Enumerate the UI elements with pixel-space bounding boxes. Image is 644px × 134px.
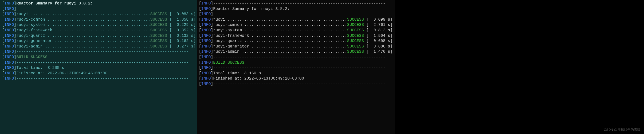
total-time-line: [INFO] Total time: 8.160 s (199, 71, 393, 76)
separator-line: [INFO] ---------------------------------… (2, 49, 195, 55)
build-success-line: [INFO] BUILD SUCCESS (2, 55, 195, 60)
separator-line: [INFO] ---------------------------------… (199, 65, 393, 71)
module-line: [INFO] ruoyi-framework .................… (199, 33, 393, 39)
module-line: [INFO] ruoyi-generator .................… (2, 38, 195, 44)
module-line: [INFO] ruoyi-quartz ....................… (2, 33, 195, 39)
terminal-panel-left: [INFO] Reactor Summary for ruoyi 3.8.2:[… (0, 0, 197, 134)
reactor-header: [INFO] Reactor Summary for ruoyi 3.8.2: (199, 6, 393, 12)
total-time-line: [INFO] Total time: 3.288 s (2, 65, 195, 71)
module-line: [INFO] ruoyi-generator .................… (199, 44, 393, 49)
watermark: CSDN @只喝82年的雪碧 (604, 128, 640, 132)
blank-line: [INFO] (199, 12, 393, 17)
module-line: [INFO] ruoyi-system ....................… (2, 22, 195, 28)
separator-line: [INFO] ---------------------------------… (199, 55, 393, 60)
module-line: [INFO] ruoyi-admin .....................… (2, 44, 195, 49)
module-line: [INFO] ruoyi-framework .................… (2, 28, 195, 33)
module-line: [INFO] ruoyi-common ....................… (2, 17, 195, 23)
terminal-panel-right: [INFO] ---------------------------------… (197, 0, 395, 134)
finished-at-line: [INFO] Finished at: 2022-06-13T00:49:28+… (199, 76, 393, 82)
separator-line: [INFO] ---------------------------------… (199, 1, 393, 6)
reactor-header: [INFO] Reactor Summary for ruoyi 3.8.2: (2, 1, 195, 6)
separator-line: [INFO] ---------------------------------… (2, 76, 195, 82)
blank-line: [INFO] (2, 6, 195, 12)
module-line: [INFO] ruoyi ...........................… (2, 12, 195, 17)
build-success-line: [INFO] BUILD SUCCESS (199, 60, 393, 66)
module-line: [INFO] ruoyi-quartz ....................… (199, 38, 393, 44)
separator-line: [INFO] ---------------------------------… (199, 82, 393, 87)
module-line: [INFO] ruoyi-system ....................… (199, 28, 393, 33)
module-line: [INFO] ruoyi-admin .....................… (199, 49, 393, 55)
module-line: [INFO] ruoyi-common ....................… (199, 22, 393, 28)
finished-at-line: [INFO] Finished at: 2022-06-13T00:49:46+… (2, 71, 195, 76)
module-line: [INFO] ruoyi ...........................… (199, 17, 393, 23)
separator-line: [INFO] ---------------------------------… (2, 60, 195, 66)
